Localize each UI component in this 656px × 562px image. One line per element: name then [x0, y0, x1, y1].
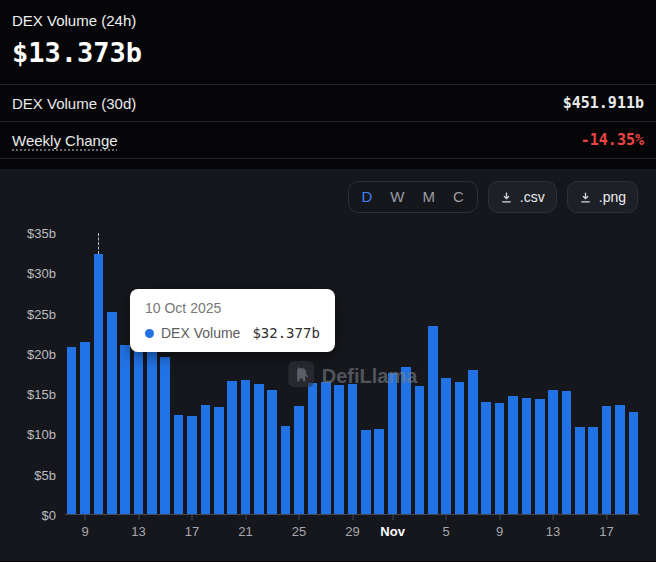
y-axis-label: $25b: [27, 306, 56, 321]
bar-9-oct[interactable]: [80, 342, 90, 514]
bar-15-nov[interactable]: [575, 427, 585, 515]
series-dot-icon: [145, 329, 154, 338]
bar-19-oct[interactable]: [214, 407, 224, 514]
dex-volume-30d-label: DEX Volume (30d): [12, 95, 136, 112]
bar-6-nov[interactable]: [455, 382, 465, 514]
x-axis-label: 13: [546, 524, 560, 539]
x-axis-label: Nov: [380, 524, 405, 539]
bar-26-oct[interactable]: [308, 383, 318, 514]
interval-monthly-button[interactable]: M: [423, 189, 436, 205]
bar-9-nov[interactable]: [495, 403, 505, 514]
png-button-label: .png: [599, 189, 626, 205]
bar-25-oct[interactable]: [294, 406, 304, 514]
x-axis-tick: [446, 515, 447, 520]
download-icon: [579, 191, 592, 204]
bar-11-nov[interactable]: [522, 398, 532, 514]
bar-3-nov[interactable]: [415, 386, 425, 514]
bar-27-oct[interactable]: [321, 382, 331, 514]
y-axis-label: $10b: [27, 427, 56, 442]
weekly-change-value: -14.35%: [581, 131, 644, 149]
y-axis-label: $15b: [27, 387, 56, 402]
bar-2-nov[interactable]: [401, 367, 411, 514]
dex-volume-30d-row: DEX Volume (30d) $451.911b: [0, 84, 656, 121]
interval-daily-button[interactable]: D: [362, 189, 373, 205]
x-axis-tick: [392, 515, 393, 520]
x-axis-tick: [606, 515, 607, 520]
x-axis-tick: [553, 515, 554, 520]
bar-14-oct[interactable]: [147, 351, 157, 514]
y-axis-label: $5b: [34, 467, 56, 482]
chart-controls: D W M C .csv .png: [10, 181, 646, 213]
bar-11-oct[interactable]: [107, 312, 117, 514]
x-axis-label: 9: [496, 524, 503, 539]
y-axis: $0$5b$10b$15b$20b$25b$30b$35b: [10, 233, 56, 515]
bar-29-oct[interactable]: [348, 384, 358, 514]
bar-23-oct[interactable]: [267, 390, 277, 514]
bar-22-oct[interactable]: [254, 384, 264, 514]
x-axis-tick: [352, 515, 353, 520]
bar-8-nov[interactable]: [481, 402, 491, 514]
tooltip-value: $32.377b: [252, 325, 319, 341]
bar-18-oct[interactable]: [201, 405, 211, 514]
bar-15-oct[interactable]: [160, 357, 170, 514]
x-axis-tick: [138, 515, 139, 520]
bar-14-nov[interactable]: [562, 391, 572, 514]
x-axis-label: 29: [345, 524, 359, 539]
defillama-dex-dashboard: DEX Volume (24h) $13.373b DEX Volume (30…: [0, 0, 656, 561]
y-axis-label: $35b: [27, 226, 56, 241]
chart-tooltip: 10 Oct 2025 DEX Volume $32.377b: [130, 289, 335, 352]
x-axis-tick: [85, 515, 86, 520]
interval-weekly-button[interactable]: W: [390, 189, 404, 205]
x-axis-tick: [499, 515, 500, 520]
bar-18-nov[interactable]: [615, 405, 625, 514]
bar-13-oct[interactable]: [134, 348, 144, 514]
stats-header: DEX Volume (24h) $13.373b DEX Volume (30…: [0, 0, 656, 159]
dex-volume-24h-kpi: DEX Volume (24h) $13.373b: [0, 12, 656, 69]
bar-24-oct[interactable]: [281, 426, 291, 514]
bar-5-nov[interactable]: [441, 378, 451, 514]
x-axis-label: 21: [238, 524, 252, 539]
bar-19-nov[interactable]: [629, 412, 639, 514]
bar-7-nov[interactable]: [468, 370, 478, 515]
bar-10-nov[interactable]: [508, 396, 518, 514]
dex-volume-24h-value: $13.373b: [12, 37, 644, 69]
download-icon: [500, 191, 513, 204]
x-axis-tick: [299, 515, 300, 520]
y-axis-label: $20b: [27, 346, 56, 361]
bar-21-oct[interactable]: [241, 380, 251, 514]
bar-17-nov[interactable]: [602, 406, 612, 514]
dex-volume-24h-label: DEX Volume (24h): [12, 12, 644, 30]
bar-13-nov[interactable]: [548, 390, 558, 514]
interval-cumulative-button[interactable]: C: [453, 189, 464, 205]
bar-16-oct[interactable]: [174, 415, 184, 514]
bar-20-oct[interactable]: [227, 381, 237, 514]
download-png-button[interactable]: .png: [567, 181, 638, 213]
dex-volume-chart: $0$5b$10b$15b$20b$25b$30b$35b DefiLlama …: [10, 233, 646, 545]
chart-panel: D W M C .csv .png $0$5b$10b$15b$20b$25b$…: [0, 169, 656, 561]
csv-button-label: .csv: [520, 189, 545, 205]
bar-30-oct[interactable]: [361, 430, 371, 514]
bar-8-oct[interactable]: [67, 347, 77, 514]
weekly-change-label[interactable]: Weekly Change: [12, 132, 118, 149]
bar-12-nov[interactable]: [535, 399, 545, 514]
bar-31-oct[interactable]: [374, 429, 384, 514]
plot-area[interactable]: DefiLlama 10 Oct 2025 DEX Volume $32.377…: [65, 233, 640, 515]
tooltip-series-label: DEX Volume: [161, 325, 240, 341]
bar-16-nov[interactable]: [588, 427, 598, 514]
bar-28-oct[interactable]: [334, 385, 344, 514]
bar-17-oct[interactable]: [187, 416, 197, 514]
bar-12-oct[interactable]: [120, 345, 130, 514]
x-axis: 91317212529Nov591317: [65, 515, 640, 545]
x-axis-label: 17: [185, 524, 199, 539]
bar-4-nov[interactable]: [428, 326, 438, 514]
tooltip-date: 10 Oct 2025: [145, 300, 320, 316]
bar-10-oct[interactable]: [94, 254, 104, 514]
dex-volume-30d-value: $451.911b: [563, 94, 644, 112]
y-axis-label: $30b: [27, 266, 56, 281]
x-axis-label: 5: [442, 524, 449, 539]
weekly-change-row: Weekly Change -14.35%: [0, 121, 656, 159]
bar-1-nov[interactable]: [388, 373, 398, 514]
download-csv-button[interactable]: .csv: [488, 181, 557, 213]
axis-pointer-line: [98, 233, 99, 254]
tooltip-series-row: DEX Volume $32.377b: [145, 325, 320, 341]
